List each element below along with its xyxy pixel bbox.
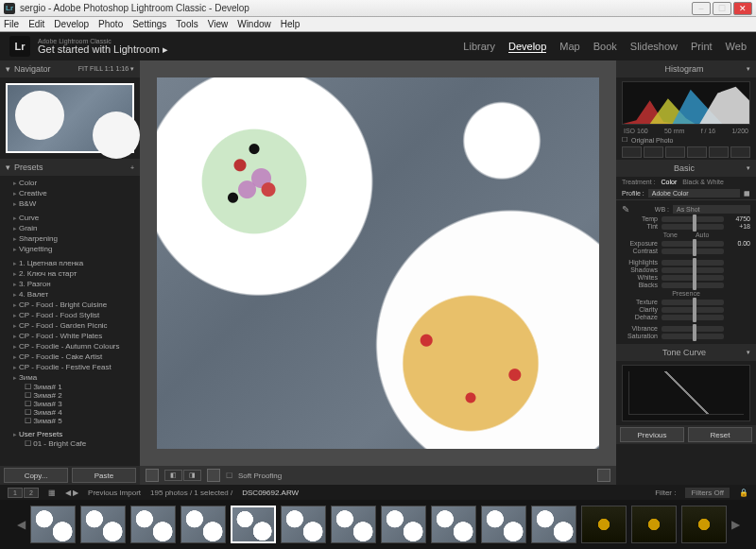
monitor-icon[interactable]: 2	[24, 488, 39, 498]
exposure-value[interactable]: 0.00	[728, 240, 750, 247]
navigator-thumbnail[interactable]	[6, 83, 134, 153]
loupe-view-icon[interactable]	[146, 469, 159, 482]
spot-tool-icon[interactable]	[644, 146, 663, 158]
temp-slider[interactable]	[662, 216, 724, 222]
saturation-slider[interactable]	[662, 334, 724, 339]
filter-select[interactable]: Filters Off	[685, 488, 730, 498]
menu-photo[interactable]: Photo	[98, 19, 123, 29]
tint-slider[interactable]	[662, 224, 724, 230]
before-after-icon[interactable]: ◨	[183, 470, 201, 481]
crop-tool-icon[interactable]	[622, 146, 642, 158]
wb-select[interactable]: As Shot	[673, 205, 750, 214]
preset-group[interactable]: CP - Foodie - Festive Feast	[4, 362, 136, 372]
preset-group[interactable]: CP - Food - Bright Cuisine	[4, 300, 136, 310]
preset-group[interactable]: CP - Food - Food Stylist	[4, 310, 136, 320]
filmstrip-thumb[interactable]	[381, 506, 426, 543]
tone-curve-display[interactable]	[622, 365, 750, 421]
filmstrip-thumb[interactable]	[481, 506, 526, 543]
preset-group[interactable]: Sharpening	[4, 233, 136, 244]
filmstrip-thumb[interactable]	[431, 506, 476, 543]
module-book[interactable]: Book	[593, 41, 617, 53]
gradient-tool-icon[interactable]	[687, 146, 707, 158]
before-after-icon[interactable]: ◧	[164, 470, 182, 481]
blacks-slider[interactable]	[662, 283, 724, 288]
filter-lock-icon[interactable]: 🔒	[739, 489, 748, 497]
texture-slider[interactable]	[662, 300, 724, 305]
module-develop[interactable]: Develop	[508, 41, 546, 53]
preset-group[interactable]: CP - Food - Garden Picnic	[4, 320, 136, 331]
preset-group[interactable]: CP - Foodie - Cake Artist	[4, 352, 136, 362]
window-close-button[interactable]: ✕	[733, 2, 752, 15]
presets-header[interactable]: ▾ Presets +	[0, 159, 140, 176]
preset-group[interactable]: 4. Валет	[4, 289, 136, 300]
preset-group[interactable]: 2. Ключ на старт	[4, 268, 136, 279]
preset-group[interactable]: B&W	[4, 198, 136, 209]
monitor-icon[interactable]: 1	[8, 488, 23, 498]
preset-group[interactable]: Color	[4, 178, 136, 188]
reset-button[interactable]: Reset	[688, 427, 752, 442]
paste-button[interactable]: Paste	[72, 468, 136, 483]
module-web[interactable]: Web	[726, 41, 747, 53]
whites-slider[interactable]	[662, 275, 724, 281]
exposure-slider[interactable]	[662, 241, 724, 247]
shadows-slider[interactable]	[662, 267, 724, 273]
filmstrip-next-icon[interactable]: ▶	[731, 518, 740, 531]
brand-title[interactable]: Get started with Lightroom ▸	[38, 44, 168, 55]
filmstrip-source[interactable]: Previous Import	[88, 489, 141, 497]
menu-help[interactable]: Help	[281, 19, 301, 29]
presets-add-icon[interactable]: +	[130, 164, 134, 171]
preset-group[interactable]: 1. Цветная пленка	[4, 258, 136, 268]
dehaze-slider[interactable]	[662, 315, 724, 320]
preset-item[interactable]: Зима# 5	[4, 417, 136, 425]
redeye-tool-icon[interactable]	[665, 146, 685, 158]
preset-group[interactable]: CP - Food - White Plates	[4, 331, 136, 341]
previous-button[interactable]: Previous	[620, 427, 684, 442]
clarity-slider[interactable]	[662, 307, 724, 313]
preset-group[interactable]: Зима	[4, 372, 136, 383]
filmstrip-thumb[interactable]	[180, 506, 226, 543]
tool-icon[interactable]	[207, 469, 220, 482]
filmstrip-thumb[interactable]	[631, 506, 677, 543]
filmstrip-thumb[interactable]	[30, 506, 76, 543]
profile-select[interactable]: Adobe Color	[648, 189, 740, 197]
navigator-modes[interactable]: FIT FILL 1:1 1:16 ▾	[78, 65, 134, 73]
preset-item[interactable]: Зима# 1	[4, 383, 136, 391]
preset-item[interactable]: Зима# 2	[4, 391, 136, 400]
module-print[interactable]: Print	[691, 41, 713, 53]
photo-canvas[interactable]	[140, 60, 616, 466]
preset-group[interactable]: Grain	[4, 223, 136, 233]
preset-group[interactable]: 3. Разгон	[4, 279, 136, 289]
treatment-bw[interactable]: Black & White	[682, 179, 724, 185]
tone-curve-header[interactable]: Tone Curve▾	[616, 344, 756, 361]
histogram-display[interactable]	[622, 81, 750, 125]
filmstrip-thumb-selected[interactable]	[231, 506, 276, 543]
menu-window[interactable]: Window	[237, 19, 271, 29]
toolbar-menu-icon[interactable]	[597, 469, 610, 482]
copy-button[interactable]: Copy...	[4, 468, 68, 483]
preset-group[interactable]: Creative	[4, 188, 136, 198]
filmstrip-thumb[interactable]	[281, 506, 326, 543]
preset-item[interactable]: 01 - Bright Cafe	[4, 439, 136, 448]
temp-value[interactable]: 4750	[728, 215, 750, 222]
contrast-slider[interactable]	[662, 249, 724, 254]
filmstrip-thumb[interactable]	[130, 506, 176, 543]
histogram-header[interactable]: Histogram ▾	[616, 60, 756, 77]
menu-settings[interactable]: Settings	[132, 19, 166, 29]
navigator-header[interactable]: ▾ Navigator FIT FILL 1:1 1:16 ▾	[0, 60, 140, 77]
soft-proofing-label[interactable]: Soft Proofing	[238, 472, 282, 480]
grid-icon[interactable]: ▦	[48, 489, 56, 497]
filmstrip-prev-icon[interactable]: ◀	[17, 518, 26, 531]
highlights-slider[interactable]	[662, 260, 724, 266]
preset-group[interactable]: Vignetting	[4, 244, 136, 254]
preset-group[interactable]: Curve	[4, 213, 136, 223]
module-slideshow[interactable]: Slideshow	[630, 41, 678, 53]
window-minimize-button[interactable]: –	[692, 2, 711, 15]
tint-value[interactable]: +18	[728, 223, 750, 230]
menu-edit[interactable]: Edit	[28, 19, 44, 29]
preset-group[interactable]: CP - Foodie - Autumn Colours	[4, 341, 136, 352]
user-presets-header[interactable]: User Presets	[4, 429, 136, 439]
filmstrip-thumb[interactable]	[681, 506, 727, 543]
menu-develop[interactable]: Develop	[54, 19, 89, 29]
filmstrip-thumb[interactable]	[531, 506, 576, 543]
preset-item[interactable]: Зима# 4	[4, 408, 136, 417]
